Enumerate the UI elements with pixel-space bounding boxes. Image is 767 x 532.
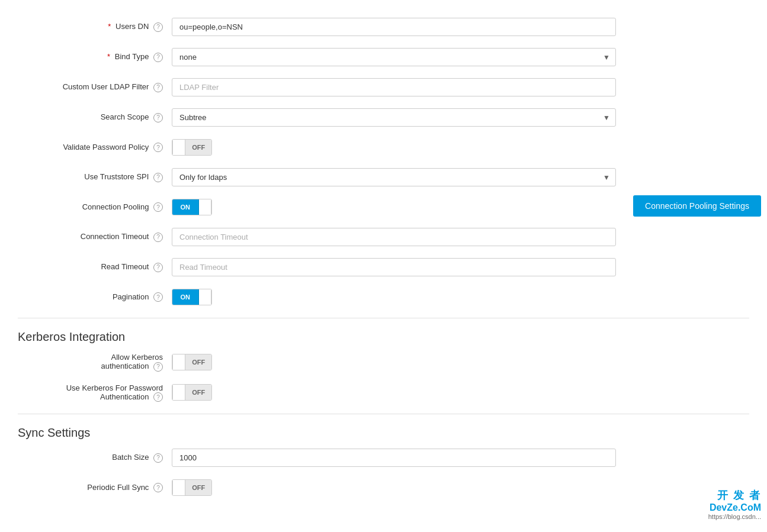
- users-dn-help-icon[interactable]: ?: [153, 22, 163, 32]
- use-kerberos-row: Use Kerberos For Password Authentication…: [18, 378, 749, 408]
- allow-kerberos-toggle-label: OFF: [185, 354, 211, 370]
- use-kerberos-toggle-thumb: [172, 385, 185, 400]
- periodic-full-sync-help-icon[interactable]: ?: [153, 483, 163, 492]
- truststore-spi-select-wrapper: Only for ldaps Always Never ▼: [172, 168, 616, 186]
- bind-type-row: * Bind Type ? none simple GSSAPI ▼: [18, 42, 749, 72]
- validate-password-toggle-thumb: [172, 140, 185, 155]
- search-scope-control: Subtree One Level Base ▼: [172, 108, 616, 127]
- sync-section-heading: Sync Settings: [18, 414, 749, 443]
- validate-password-control: OFF: [172, 139, 616, 156]
- ldap-filter-input[interactable]: [172, 78, 616, 96]
- batch-size-row: Batch Size ?: [18, 443, 749, 473]
- use-kerberos-control: OFF: [172, 384, 616, 401]
- pagination-toggle-label: ON: [172, 289, 198, 305]
- pagination-label: Pagination ?: [18, 292, 172, 302]
- pagination-help-icon[interactable]: ?: [153, 292, 163, 302]
- truststore-spi-help-icon[interactable]: ?: [153, 173, 163, 182]
- truststore-spi-row: Use Truststore SPI ? Only for ldaps Alwa…: [18, 162, 749, 192]
- connection-timeout-help-icon[interactable]: ?: [153, 233, 163, 242]
- use-kerberos-label: Use Kerberos For Password Authentication…: [18, 383, 172, 402]
- allow-kerberos-label-lines: Allow Kerberos authentication ?: [18, 353, 163, 372]
- batch-size-control: [172, 449, 616, 467]
- validate-password-label: Validate Password Policy ?: [18, 143, 172, 153]
- settings-page: * Users DN ? * Bind Type ? none simple G…: [0, 0, 767, 514]
- connection-pooling-toggle-label: ON: [172, 199, 198, 215]
- periodic-full-sync-label: Periodic Full Sync ?: [18, 483, 172, 493]
- read-timeout-input[interactable]: [172, 258, 616, 276]
- validate-password-toggle[interactable]: OFF: [172, 139, 212, 156]
- watermark: 开 发 者 DevZe.CoM https://blog.csdn...: [708, 488, 761, 514]
- allow-kerberos-row: Allow Kerberos authentication ? OFF: [18, 347, 749, 378]
- users-dn-input[interactable]: [172, 18, 616, 36]
- bind-type-control: none simple GSSAPI ▼: [172, 48, 616, 66]
- allow-kerberos-toggle-thumb: [172, 354, 185, 370]
- validate-password-toggle-label: OFF: [185, 140, 211, 155]
- connection-pooling-toggle-thumb: [198, 199, 211, 215]
- allow-kerberos-help-icon[interactable]: ?: [153, 362, 163, 372]
- search-scope-help-icon[interactable]: ?: [153, 113, 163, 122]
- connection-timeout-label: Connection Timeout ?: [18, 232, 172, 242]
- ldap-filter-row: Custom User LDAP Filter ?: [18, 72, 749, 102]
- kerberos-section-heading: Kerberos Integration: [18, 318, 749, 347]
- periodic-full-sync-toggle[interactable]: OFF: [172, 479, 212, 496]
- watermark-cn: 开 发 者: [708, 488, 761, 502]
- connection-timeout-control: [172, 228, 616, 246]
- validate-password-help-icon[interactable]: ?: [153, 143, 163, 152]
- truststore-spi-select[interactable]: Only for ldaps Always Never: [172, 168, 616, 186]
- use-kerberos-label-lines: Use Kerberos For Password Authentication…: [18, 383, 163, 402]
- connection-pooling-help-icon[interactable]: ?: [153, 202, 163, 212]
- connection-timeout-input[interactable]: [172, 228, 616, 246]
- ldap-filter-label: Custom User LDAP Filter ?: [18, 82, 172, 92]
- periodic-full-sync-toggle-label: OFF: [185, 480, 211, 495]
- users-dn-control: [172, 18, 616, 36]
- users-dn-label: * Users DN ?: [18, 22, 172, 32]
- ldap-filter-control: [172, 78, 616, 96]
- bind-type-label: * Bind Type ?: [18, 52, 172, 62]
- read-timeout-row: Read Timeout ?: [18, 252, 749, 282]
- allow-kerberos-label: Allow Kerberos authentication ?: [18, 353, 172, 372]
- pagination-toggle[interactable]: ON: [172, 289, 212, 305]
- connection-timeout-row: Connection Timeout ?: [18, 222, 749, 252]
- search-scope-select[interactable]: Subtree One Level Base: [172, 108, 616, 127]
- batch-size-label: Batch Size ?: [18, 453, 172, 463]
- connection-pooling-toggle[interactable]: ON: [172, 199, 212, 215]
- search-scope-select-wrapper: Subtree One Level Base ▼: [172, 108, 616, 127]
- truststore-spi-control: Only for ldaps Always Never ▼: [172, 168, 616, 186]
- periodic-full-sync-row: Periodic Full Sync ? OFF: [18, 473, 749, 502]
- connection-pooling-settings-button[interactable]: Connection Pooling Settings: [633, 195, 761, 217]
- connection-pooling-control: ON: [172, 199, 616, 215]
- batch-size-help-icon[interactable]: ?: [153, 453, 163, 463]
- periodic-full-sync-toggle-thumb: [172, 480, 185, 495]
- bind-type-help-icon[interactable]: ?: [153, 53, 163, 62]
- batch-size-input[interactable]: [172, 449, 616, 467]
- allow-kerberos-control: OFF: [172, 354, 616, 370]
- bind-type-select-wrapper: none simple GSSAPI ▼: [172, 48, 616, 66]
- bind-type-select[interactable]: none simple GSSAPI: [172, 48, 616, 66]
- read-timeout-control: [172, 258, 616, 276]
- watermark-url: https://blog.csdn...: [708, 513, 761, 514]
- search-scope-row: Search Scope ? Subtree One Level Base ▼: [18, 102, 749, 133]
- search-scope-label: Search Scope ?: [18, 112, 172, 122]
- watermark-en: DevZe.CoM: [708, 502, 761, 513]
- connection-pooling-label: Connection Pooling ?: [18, 202, 172, 212]
- periodic-full-sync-control: OFF: [172, 479, 616, 496]
- use-kerberos-toggle[interactable]: OFF: [172, 384, 212, 401]
- read-timeout-help-icon[interactable]: ?: [153, 263, 163, 272]
- ldap-filter-help-icon[interactable]: ?: [153, 83, 163, 92]
- use-kerberos-help-icon[interactable]: ?: [153, 392, 163, 402]
- users-dn-row: * Users DN ?: [18, 12, 749, 42]
- use-kerberos-toggle-label: OFF: [185, 385, 211, 400]
- pagination-toggle-thumb: [198, 289, 211, 305]
- pagination-row: Pagination ? ON: [18, 282, 749, 312]
- pagination-control: ON: [172, 289, 616, 305]
- truststore-spi-label: Use Truststore SPI ?: [18, 172, 172, 182]
- read-timeout-label: Read Timeout ?: [18, 262, 172, 272]
- validate-password-row: Validate Password Policy ? OFF: [18, 133, 749, 162]
- allow-kerberos-toggle[interactable]: OFF: [172, 354, 212, 370]
